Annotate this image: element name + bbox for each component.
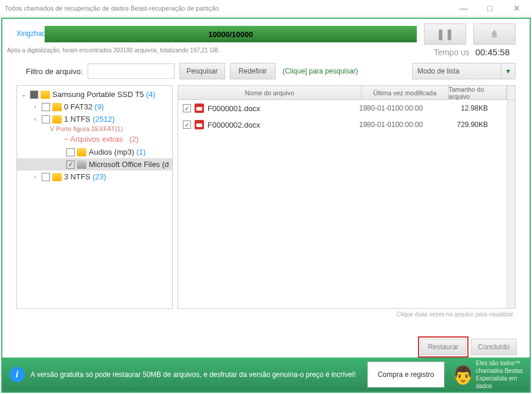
stop-button[interactable] xyxy=(473,24,516,45)
titlebar: Todos chamados de recuperação de dados B… xyxy=(0,0,532,16)
avatar-icon: 👨 xyxy=(450,363,476,386)
filter-input[interactable] xyxy=(88,64,175,79)
checkbox-checked[interactable] xyxy=(183,121,191,129)
file-size: 729.90KB xyxy=(453,121,502,129)
progress-section: Xingzhao 10000/10000 ❚❚ xyxy=(2,19,530,47)
file-date: 1980-01-0100:00:00 xyxy=(359,121,453,129)
tree-item-fat32[interactable]: › 0 FAT32 (9) xyxy=(17,101,172,113)
footer: i A versão gratuita só pode restaurar 50… xyxy=(2,358,530,392)
tree-item-audios[interactable]: Audios (mp3) (1) xyxy=(17,146,172,158)
preview-hint: Clique duas vezes no arquivo para visual… xyxy=(2,309,530,320)
maximize-button[interactable]: □ xyxy=(477,0,503,16)
filter-label: Filtro de arquivo: xyxy=(26,67,83,76)
caret-right-icon[interactable]: › xyxy=(31,103,39,110)
folder-icon xyxy=(41,91,50,99)
scrollbar[interactable] xyxy=(507,86,515,99)
tree-root-count: (4) xyxy=(146,90,155,99)
file-date: 1980-01-0100:00:00 xyxy=(359,104,453,112)
docx-icon xyxy=(195,103,204,113)
time-value: 00:45:58 xyxy=(476,47,510,57)
search-button[interactable]: Pesquisar xyxy=(179,63,225,79)
tree-extras-label: ~ Arquivos extras xyxy=(64,135,123,143)
scrollbar[interactable] xyxy=(507,100,515,308)
info-icon: i xyxy=(9,367,25,382)
tree-item-office[interactable]: Microsoft Office Files (d xyxy=(17,158,172,171)
tree-item-count: (9) xyxy=(95,102,104,111)
time-info: Tempo us 00:45:58 xyxy=(434,47,527,57)
checkbox[interactable] xyxy=(66,148,75,156)
tree-item-ntfs3[interactable]: › 3 NTFS (23) xyxy=(17,171,172,183)
caret-down-icon[interactable]: ⌄ xyxy=(19,91,28,98)
checkbox-checked[interactable] xyxy=(183,104,191,112)
tree-extras[interactable]: ~ Arquivos extras (2) xyxy=(17,132,172,146)
close-button[interactable]: ✕ xyxy=(503,0,530,16)
done-button[interactable]: Concluído xyxy=(471,339,517,355)
progress-text: 10000/10000 xyxy=(209,30,253,39)
caret-right-icon[interactable]: › xyxy=(31,116,39,122)
column-date[interactable]: Última vez modificada xyxy=(362,86,449,99)
folder-icon xyxy=(77,148,86,156)
file-size: 12.98KB xyxy=(453,104,502,112)
scan-info: Após a digitalização, foram encontrados … xyxy=(2,47,530,59)
tree-item-name: 0 FAT32 xyxy=(64,102,92,111)
content-area: ⌄ Samsung Portable SSD T5 (4) › 0 FAT32 … xyxy=(2,85,530,309)
file-panel: Nome do arquivo Última vez modificada Ta… xyxy=(178,85,516,309)
buy-register-button[interactable]: Compra e registro xyxy=(367,362,444,388)
file-name: F0000001.docx xyxy=(208,104,359,113)
checkbox[interactable] xyxy=(42,115,50,123)
list-mode-select[interactable]: Modo de lista ▼ xyxy=(412,63,516,79)
reset-button[interactable]: Redefinir xyxy=(230,63,276,79)
folder-icon xyxy=(52,115,62,123)
dropdown-arrow-icon: ▼ xyxy=(501,63,516,79)
minimize-button[interactable]: — xyxy=(450,0,477,16)
folder-icon xyxy=(52,173,62,181)
checkbox-checked[interactable] xyxy=(66,161,75,169)
progress-label: Xingzhao xyxy=(16,30,38,38)
time-label: Tempo us xyxy=(434,48,470,57)
tree-item-count: (23) xyxy=(92,172,106,181)
tree-item-name: 1 NTFS xyxy=(64,115,91,123)
checkbox[interactable] xyxy=(42,173,50,181)
checkbox[interactable] xyxy=(42,103,50,111)
restore-button[interactable]: Restaurar xyxy=(420,339,466,355)
tree-item-count: (1) xyxy=(136,148,146,156)
folder-icon xyxy=(52,103,62,111)
docx-icon xyxy=(195,120,204,129)
footer-text: A versão gratuita só pode restaurar 50MB… xyxy=(31,370,367,379)
window-title: Todos chamados de recuperação de dados B… xyxy=(2,5,450,12)
progress-bar: 10000/10000 xyxy=(45,26,417,42)
file-row[interactable]: F0000001.docx 1980-01-0100:00:00 12.98KB xyxy=(178,100,507,116)
tree-root-name: Samsung Portable SSD T5 xyxy=(52,90,144,99)
footer-right-text: Eles são todos™ chamados Bestas Especial… xyxy=(476,359,523,390)
column-name[interactable]: Nome do arquivo xyxy=(178,86,362,99)
file-name: F0000002.docx xyxy=(208,121,359,129)
file-header: Nome do arquivo Última vez modificada Ta… xyxy=(178,86,515,100)
window-controls: — □ ✕ xyxy=(450,0,530,16)
folder-icon xyxy=(77,161,86,169)
tree-root[interactable]: ⌄ Samsung Portable SSD T5 (4) xyxy=(17,88,172,101)
column-size[interactable]: Tamanho do arquivo xyxy=(449,86,507,99)
pause-button[interactable]: ❚❚ xyxy=(424,24,466,45)
list-mode-label: Modo de lista xyxy=(412,63,501,79)
checkbox-partial[interactable] xyxy=(30,91,38,99)
tree-item-name: 3 NTFS xyxy=(64,172,91,181)
scan-summary: Após a digitalização, foram encontrados … xyxy=(7,47,220,57)
tree-item-ntfs1[interactable]: › 1 NTFS (2512) xyxy=(17,113,172,125)
tree-item-name: Audios (mp3) xyxy=(89,148,134,156)
file-row[interactable]: F0000002.docx 1980-01-0100:00:00 729.90K… xyxy=(178,116,507,133)
tree-item-count: (2512) xyxy=(92,115,115,123)
tree-item-name: Microsoft Office Files (d xyxy=(89,160,169,169)
tree-panel: ⌄ Samsung Portable SSD T5 (4) › 0 FAT32 … xyxy=(16,85,173,309)
tree-extras-count: (2) xyxy=(129,135,139,143)
main-container: Xingzhao 10000/10000 ❚❚ Após a digitaliz… xyxy=(1,18,531,393)
tree-sub-label: V Porto figura 2EXFAT(1) xyxy=(17,125,172,132)
action-bar: Restaurar Concluído xyxy=(2,320,530,362)
filter-hint: (Clique] para pesquisar) xyxy=(283,67,358,75)
caret-right-icon[interactable]: › xyxy=(31,173,39,180)
filter-section: Filtro de arquivo: Pesquisar Redefinir (… xyxy=(2,59,530,85)
